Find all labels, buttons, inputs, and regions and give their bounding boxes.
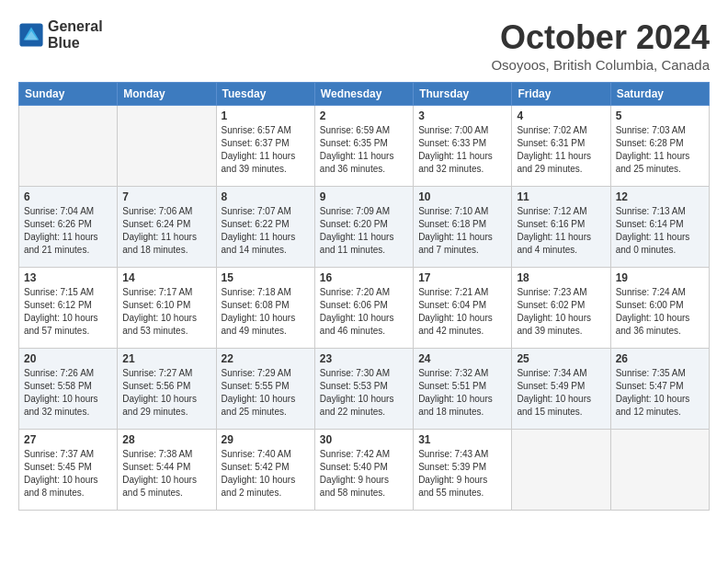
day-info: Sunrise: 7:15 AM Sunset: 6:12 PM Dayligh… [24,286,112,338]
calendar-cell: 16Sunrise: 7:20 AM Sunset: 6:06 PM Dayli… [314,268,413,349]
day-info: Sunrise: 7:06 AM Sunset: 6:24 PM Dayligh… [122,205,210,257]
day-info: Sunrise: 7:21 AM Sunset: 6:04 PM Dayligh… [418,286,506,338]
day-number: 3 [418,109,506,122]
day-info: Sunrise: 7:04 AM Sunset: 6:26 PM Dayligh… [24,205,112,257]
calendar-table: SundayMondayTuesdayWednesdayThursdayFrid… [18,82,710,511]
day-number: 13 [24,271,112,284]
calendar-cell: 23Sunrise: 7:30 AM Sunset: 5:53 PM Dayli… [314,349,413,430]
day-info: Sunrise: 7:03 AM Sunset: 6:28 PM Dayligh… [616,124,704,176]
day-info: Sunrise: 6:57 AM Sunset: 6:37 PM Dayligh… [222,124,310,176]
day-number: 8 [222,190,310,203]
day-number: 14 [122,271,210,284]
day-number: 26 [616,352,704,365]
header-cell-monday: Monday [118,83,216,106]
calendar-cell: 21Sunrise: 7:27 AM Sunset: 5:56 PM Dayli… [118,349,216,430]
day-number: 6 [24,190,112,203]
header-cell-tuesday: Tuesday [216,83,314,106]
calendar-cell: 10Sunrise: 7:10 AM Sunset: 6:18 PM Dayli… [414,187,512,268]
calendar-cell: 2Sunrise: 6:59 AM Sunset: 6:35 PM Daylig… [314,106,413,187]
calendar-cell: 24Sunrise: 7:32 AM Sunset: 5:51 PM Dayli… [414,349,512,430]
day-info: Sunrise: 7:02 AM Sunset: 6:31 PM Dayligh… [517,124,605,176]
calendar-cell: 19Sunrise: 7:24 AM Sunset: 6:00 PM Dayli… [610,268,709,349]
week-row: 20Sunrise: 7:26 AM Sunset: 5:58 PM Dayli… [19,349,710,430]
day-info: Sunrise: 7:20 AM Sunset: 6:06 PM Dayligh… [320,286,408,338]
day-number: 31 [418,433,506,446]
header-cell-wednesday: Wednesday [314,83,413,106]
calendar-cell: 4Sunrise: 7:02 AM Sunset: 6:31 PM Daylig… [512,106,610,187]
calendar-cell: 1Sunrise: 6:57 AM Sunset: 6:37 PM Daylig… [216,106,314,187]
logo: General Blue [18,18,103,51]
calendar-cell [118,106,216,187]
day-number: 5 [616,109,704,122]
day-info: Sunrise: 7:32 AM Sunset: 5:51 PM Dayligh… [418,367,506,419]
day-info: Sunrise: 7:09 AM Sunset: 6:20 PM Dayligh… [320,205,408,257]
day-info: Sunrise: 7:10 AM Sunset: 6:18 PM Dayligh… [418,205,506,257]
day-info: Sunrise: 7:07 AM Sunset: 6:22 PM Dayligh… [222,205,310,257]
day-info: Sunrise: 7:24 AM Sunset: 6:00 PM Dayligh… [616,286,704,338]
calendar-cell: 28Sunrise: 7:38 AM Sunset: 5:44 PM Dayli… [118,430,216,511]
day-number: 10 [418,190,506,203]
calendar-cell: 8Sunrise: 7:07 AM Sunset: 6:22 PM Daylig… [216,187,314,268]
day-number: 19 [616,271,704,284]
day-number: 25 [517,352,605,365]
day-number: 21 [122,352,210,365]
header-cell-friday: Friday [512,83,610,106]
day-number: 16 [320,271,408,284]
day-info: Sunrise: 7:12 AM Sunset: 6:16 PM Dayligh… [517,205,605,257]
calendar-cell: 14Sunrise: 7:17 AM Sunset: 6:10 PM Dayli… [118,268,216,349]
calendar-cell: 25Sunrise: 7:34 AM Sunset: 5:49 PM Dayli… [512,349,610,430]
day-number: 22 [222,352,310,365]
day-number: 17 [418,271,506,284]
day-info: Sunrise: 7:40 AM Sunset: 5:42 PM Dayligh… [222,448,310,500]
calendar-cell: 15Sunrise: 7:18 AM Sunset: 6:08 PM Dayli… [216,268,314,349]
day-info: Sunrise: 7:29 AM Sunset: 5:55 PM Dayligh… [222,367,310,419]
week-row: 13Sunrise: 7:15 AM Sunset: 6:12 PM Dayli… [19,268,710,349]
month-title: October 2024 [491,18,710,57]
day-info: Sunrise: 7:18 AM Sunset: 6:08 PM Dayligh… [222,286,310,338]
calendar-cell: 6Sunrise: 7:04 AM Sunset: 6:26 PM Daylig… [19,187,118,268]
day-info: Sunrise: 6:59 AM Sunset: 6:35 PM Dayligh… [320,124,408,176]
day-number: 4 [517,109,605,122]
calendar-cell: 7Sunrise: 7:06 AM Sunset: 6:24 PM Daylig… [118,187,216,268]
calendar-cell: 18Sunrise: 7:23 AM Sunset: 6:02 PM Dayli… [512,268,610,349]
day-number: 1 [222,109,310,122]
logo-text: General Blue [48,18,103,51]
day-info: Sunrise: 7:13 AM Sunset: 6:14 PM Dayligh… [616,205,704,257]
location: Osoyoos, British Columbia, Canada [491,57,710,73]
calendar-cell: 11Sunrise: 7:12 AM Sunset: 6:16 PM Dayli… [512,187,610,268]
calendar-body: 1Sunrise: 6:57 AM Sunset: 6:37 PM Daylig… [19,106,710,511]
day-number: 7 [122,190,210,203]
day-number: 2 [320,109,408,122]
calendar-cell [512,430,610,511]
day-number: 24 [418,352,506,365]
day-number: 11 [517,190,605,203]
header-cell-thursday: Thursday [414,83,512,106]
calendar-cell: 9Sunrise: 7:09 AM Sunset: 6:20 PM Daylig… [314,187,413,268]
day-info: Sunrise: 7:00 AM Sunset: 6:33 PM Dayligh… [418,124,506,176]
calendar-cell [610,430,709,511]
week-row: 1Sunrise: 6:57 AM Sunset: 6:37 PM Daylig… [19,106,710,187]
day-info: Sunrise: 7:17 AM Sunset: 6:10 PM Dayligh… [122,286,210,338]
day-number: 9 [320,190,408,203]
day-info: Sunrise: 7:37 AM Sunset: 5:45 PM Dayligh… [24,448,112,500]
calendar-cell: 13Sunrise: 7:15 AM Sunset: 6:12 PM Dayli… [19,268,118,349]
day-info: Sunrise: 7:34 AM Sunset: 5:49 PM Dayligh… [517,367,605,419]
day-number: 15 [222,271,310,284]
calendar-cell: 30Sunrise: 7:42 AM Sunset: 5:40 PM Dayli… [314,430,413,511]
calendar-cell: 29Sunrise: 7:40 AM Sunset: 5:42 PM Dayli… [216,430,314,511]
day-info: Sunrise: 7:26 AM Sunset: 5:58 PM Dayligh… [24,367,112,419]
day-number: 27 [24,433,112,446]
header-cell-saturday: Saturday [610,83,709,106]
day-number: 30 [320,433,408,446]
day-info: Sunrise: 7:43 AM Sunset: 5:39 PM Dayligh… [418,448,506,500]
page-header: General Blue October 2024 Osoyoos, Briti… [18,18,710,73]
logo-icon [18,22,44,48]
day-number: 18 [517,271,605,284]
calendar-cell: 17Sunrise: 7:21 AM Sunset: 6:04 PM Dayli… [414,268,512,349]
day-info: Sunrise: 7:30 AM Sunset: 5:53 PM Dayligh… [320,367,408,419]
day-number: 12 [616,190,704,203]
title-block: October 2024 Osoyoos, British Columbia, … [491,18,710,73]
calendar-cell [19,106,118,187]
day-number: 28 [122,433,210,446]
day-info: Sunrise: 7:42 AM Sunset: 5:40 PM Dayligh… [320,448,408,500]
